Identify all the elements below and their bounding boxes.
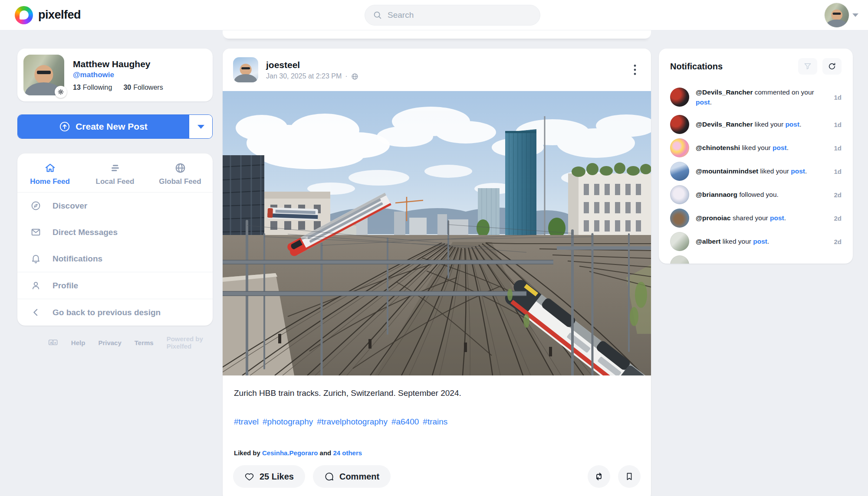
upload-circle-icon [59, 121, 70, 132]
bookmark-button[interactable] [618, 465, 641, 488]
globe-icon [351, 73, 358, 80]
avatar[interactable] [670, 255, 689, 264]
refresh-button[interactable] [822, 58, 842, 75]
user-handle[interactable]: @mathowie [73, 70, 163, 80]
notification-item[interactable]: @Devils_Rancher commented on your post. … [659, 82, 853, 113]
notifications-header: Notifications [659, 58, 853, 82]
post-link[interactable]: post [753, 238, 767, 245]
avatar[interactable] [670, 138, 689, 157]
pixelfed-logo-icon [15, 6, 33, 24]
filter-button[interactable] [798, 58, 817, 75]
hashtag[interactable]: #trains [423, 417, 447, 426]
post-timestamp[interactable]: Jan 30, 2025 at 2:23 PM [266, 72, 342, 80]
post-link[interactable]: post [791, 167, 805, 175]
notification-item[interactable]: @Devils_Rancher liked your post. 1d [659, 113, 853, 136]
privacy-link[interactable]: Privacy [98, 339, 121, 346]
notification-item[interactable]: @albert liked your post. 2d [659, 230, 853, 253]
notification-username[interactable]: @Devils_Rancher [696, 121, 753, 128]
top-navbar: pixelfed [0, 0, 868, 30]
comment-icon [324, 472, 334, 482]
hashtag[interactable]: #photography [263, 417, 313, 426]
notification-time: 2d [834, 238, 842, 245]
notification-username[interactable]: @Devils_Rancher [696, 88, 753, 96]
notification-username[interactable]: @mountainmindset [696, 167, 758, 175]
post-author[interactable]: joesteel [266, 59, 358, 70]
repost-icon [594, 471, 604, 482]
likes-count-label: 25 Likes [260, 472, 294, 482]
sidebar-item-profile[interactable]: Profile [17, 272, 213, 299]
avatar[interactable] [670, 232, 689, 251]
notifications-panel: Notifications @Devils_Rancher commented … [659, 49, 853, 264]
avatar[interactable] [670, 209, 689, 228]
notification-username[interactable]: @pronoiac [696, 214, 731, 222]
terms-link[interactable]: Terms [135, 339, 154, 346]
kebab-menu-icon [634, 64, 636, 75]
user-card[interactable]: Matthew Haughey @mathowie 13Following 30… [17, 49, 213, 101]
svg-text:x: x [54, 341, 56, 345]
sidebar-item-discover[interactable]: Discover [17, 193, 213, 219]
heart-icon [244, 472, 254, 482]
avatar[interactable] [670, 185, 689, 204]
notification-username[interactable]: @albert [696, 238, 720, 245]
post-link[interactable]: post [773, 144, 787, 151]
meta-separator: · [345, 72, 347, 80]
notification-item[interactable] [659, 253, 853, 264]
avatar[interactable] [670, 88, 689, 107]
post-photo[interactable] [223, 91, 651, 375]
share-button[interactable] [588, 465, 610, 488]
post-link[interactable]: post [770, 214, 784, 222]
settings-gear-icon[interactable] [55, 86, 67, 98]
notification-item[interactable]: @chinotenshi liked your post. 1d [659, 136, 853, 160]
others-link[interactable]: 24 others [333, 449, 362, 457]
user-stats: 13Following 30Followers [73, 84, 163, 91]
hashtag[interactable]: #travel [234, 417, 259, 426]
translate-icon: A x [49, 338, 58, 347]
user-icon [30, 280, 41, 291]
avatar[interactable] [670, 162, 689, 181]
hashtag[interactable]: #travelphotography [317, 417, 388, 426]
svg-text:A: A [50, 341, 53, 345]
post-caption: Zurich HBB train tracks. Zurich, Switzer… [234, 388, 640, 398]
help-link[interactable]: Help [71, 339, 85, 346]
notification-item[interactable]: @pronoiac shared your post. 2d [659, 206, 853, 230]
chevron-down-icon [197, 125, 204, 129]
notification-username[interactable]: @briannaorg [696, 191, 737, 198]
comment-button[interactable]: Comment [313, 465, 391, 488]
liker-link[interactable]: Cesinha.Pegoraro [262, 449, 318, 457]
envelope-icon [30, 227, 41, 238]
hashtag[interactable]: #a6400 [391, 417, 419, 426]
search-input[interactable] [388, 10, 532, 20]
create-post-dropdown[interactable] [189, 115, 212, 138]
notification-item[interactable]: @mountainmindset liked your post. 1d [659, 160, 853, 183]
notification-item[interactable]: @briannaorg followed you. 2d [659, 183, 853, 206]
avatar[interactable] [825, 3, 849, 27]
post-options-button[interactable] [629, 62, 641, 78]
following-stat[interactable]: 13Following [73, 84, 112, 91]
account-menu[interactable] [825, 3, 858, 27]
sidebar-item-direct-messages[interactable]: Direct Messages [17, 219, 213, 245]
brand[interactable]: pixelfed [15, 6, 81, 24]
tab-home-feed[interactable]: Home Feed [17, 155, 82, 192]
compass-icon [30, 200, 41, 211]
followers-stat[interactable]: 30Followers [123, 84, 163, 91]
avatar[interactable] [233, 57, 258, 82]
notifications-title: Notifications [670, 62, 723, 72]
post-link[interactable]: post [785, 121, 799, 128]
notification-time: 1d [834, 144, 842, 152]
search-bar[interactable] [365, 5, 540, 26]
create-new-post-button[interactable]: Create New Post [17, 114, 213, 139]
post-body: Zurich HBB train tracks. Zurich, Switzer… [223, 375, 651, 457]
sidebar-nav-card: Home Feed Local Feed Global Feed [17, 153, 213, 326]
sidebar-footer: A x Help Privacy Terms Powered by Pixelf… [49, 335, 213, 350]
post-link[interactable]: post [696, 98, 710, 106]
notification-username[interactable]: @chinotenshi [696, 144, 740, 151]
avatar[interactable] [670, 115, 689, 134]
sidebar-item-previous-design[interactable]: Go back to previous design [17, 299, 213, 326]
tab-global-feed[interactable]: Global Feed [148, 155, 213, 192]
user-name: Matthew Haughey [73, 59, 163, 70]
sidebar-item-notifications[interactable]: Notifications [17, 245, 213, 272]
like-button[interactable]: 25 Likes [233, 465, 305, 488]
tab-local-feed[interactable]: Local Feed [82, 155, 148, 192]
bookmark-icon [625, 472, 634, 481]
main-feed: joesteel Jan 30, 2025 at 2:23 PM · [223, 30, 651, 496]
